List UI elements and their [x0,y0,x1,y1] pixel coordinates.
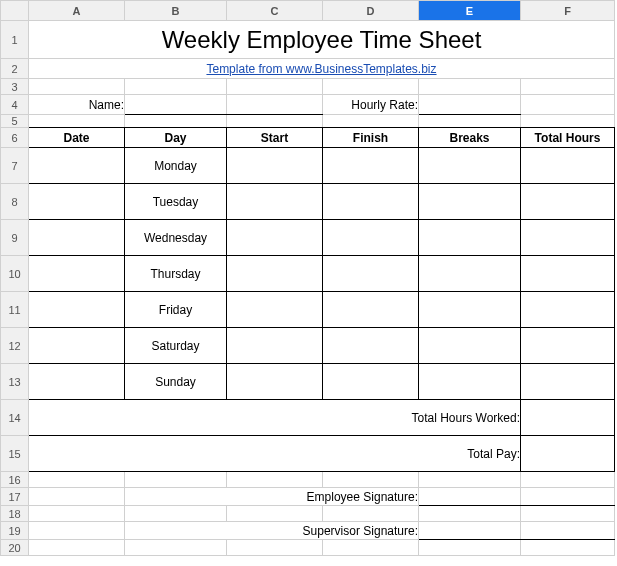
row-header-14[interactable]: 14 [1,400,29,436]
cell[interactable] [125,115,227,128]
breaks-sun[interactable] [419,364,521,400]
day-fri[interactable]: Friday [125,292,227,328]
cell[interactable] [29,472,125,488]
day-sat[interactable]: Saturday [125,328,227,364]
name-label[interactable]: Name: [29,95,125,115]
cell[interactable] [419,540,521,556]
cell[interactable] [29,488,125,506]
cell[interactable] [29,115,125,128]
row-header-11[interactable]: 11 [1,292,29,328]
cell[interactable] [521,506,615,522]
cell[interactable] [227,506,323,522]
total-mon[interactable] [521,148,615,184]
header-total[interactable]: Total Hours [521,128,615,148]
finish-tue[interactable] [323,184,419,220]
breaks-wed[interactable] [419,220,521,256]
breaks-fri[interactable] [419,292,521,328]
row-header-1[interactable]: 1 [1,21,29,59]
date-sun[interactable] [29,364,125,400]
cell[interactable] [29,79,125,95]
row-header-20[interactable]: 20 [1,540,29,556]
date-tue[interactable] [29,184,125,220]
total-wed[interactable] [521,220,615,256]
start-mon[interactable] [227,148,323,184]
cell[interactable] [323,506,419,522]
date-fri[interactable] [29,292,125,328]
cell[interactable] [419,115,521,128]
breaks-thu[interactable] [419,256,521,292]
employee-sig-line-1[interactable] [419,488,521,506]
column-header-E[interactable]: E [419,1,521,21]
cell[interactable] [419,506,521,522]
cell[interactable] [323,540,419,556]
row-header-18[interactable]: 18 [1,506,29,522]
header-day[interactable]: Day [125,128,227,148]
start-wed[interactable] [227,220,323,256]
cell[interactable] [29,506,125,522]
total-hours-label[interactable]: Total Hours Worked: [29,400,521,436]
cell[interactable] [125,79,227,95]
day-sun[interactable]: Sunday [125,364,227,400]
cell[interactable] [227,472,323,488]
start-tue[interactable] [227,184,323,220]
rate-label[interactable]: Hourly Rate: [323,95,419,115]
supervisor-sig-line-1[interactable] [419,522,521,540]
finish-thu[interactable] [323,256,419,292]
finish-wed[interactable] [323,220,419,256]
total-thu[interactable] [521,256,615,292]
cell[interactable] [227,115,323,128]
cell[interactable] [521,540,615,556]
breaks-sat[interactable] [419,328,521,364]
finish-sun[interactable] [323,364,419,400]
date-wed[interactable] [29,220,125,256]
employee-sig-line-2[interactable] [521,488,615,506]
start-sat[interactable] [227,328,323,364]
header-breaks[interactable]: Breaks [419,128,521,148]
row-header-4[interactable]: 4 [1,95,29,115]
cell[interactable] [125,472,227,488]
cell[interactable] [521,472,615,488]
start-fri[interactable] [227,292,323,328]
cell[interactable] [521,115,615,128]
cell[interactable] [227,79,323,95]
row-header-13[interactable]: 13 [1,364,29,400]
cell[interactable] [419,472,521,488]
day-mon[interactable]: Monday [125,148,227,184]
total-fri[interactable] [521,292,615,328]
cell[interactable] [323,79,419,95]
row-header-9[interactable]: 9 [1,220,29,256]
finish-fri[interactable] [323,292,419,328]
title-cell[interactable]: Weekly Employee Time Sheet [29,21,615,59]
row-header-3[interactable]: 3 [1,79,29,95]
row-header-5[interactable]: 5 [1,115,29,128]
cell[interactable] [125,540,227,556]
header-start[interactable]: Start [227,128,323,148]
cell[interactable] [419,79,521,95]
total-hours-value[interactable] [521,400,615,436]
date-mon[interactable] [29,148,125,184]
supervisor-sig-label[interactable]: Supervisor Signature: [125,522,419,540]
name-input-2[interactable] [227,95,323,115]
corner-cell[interactable] [1,1,29,21]
employee-sig-label[interactable]: Employee Signature: [125,488,419,506]
row-header-7[interactable]: 7 [1,148,29,184]
row-header-15[interactable]: 15 [1,436,29,472]
column-header-C[interactable]: C [227,1,323,21]
breaks-tue[interactable] [419,184,521,220]
breaks-mon[interactable] [419,148,521,184]
total-pay-value[interactable] [521,436,615,472]
cell[interactable] [29,522,125,540]
supervisor-sig-line-2[interactable] [521,522,615,540]
header-finish[interactable]: Finish [323,128,419,148]
header-date[interactable]: Date [29,128,125,148]
cell[interactable] [521,79,615,95]
column-header-B[interactable]: B [125,1,227,21]
cell[interactable] [521,95,615,115]
start-thu[interactable] [227,256,323,292]
column-header-A[interactable]: A [29,1,125,21]
row-header-17[interactable]: 17 [1,488,29,506]
name-input-1[interactable] [125,95,227,115]
date-thu[interactable] [29,256,125,292]
day-tue[interactable]: Tuesday [125,184,227,220]
rate-input[interactable] [419,95,521,115]
